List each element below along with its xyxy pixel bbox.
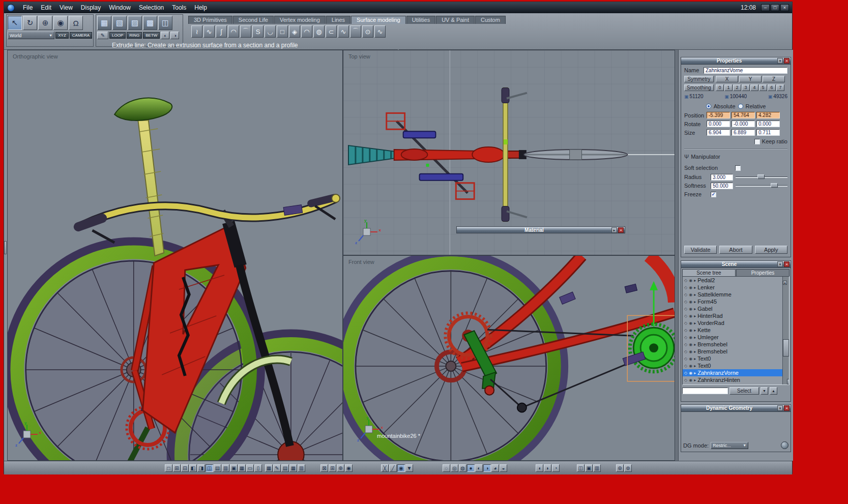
material-expand-icon[interactable]: ▸ bbox=[611, 227, 617, 233]
minimize-button[interactable]: – bbox=[761, 4, 770, 11]
object-selection-mode[interactable]: ▩ bbox=[143, 16, 157, 30]
material-close-icon[interactable]: × bbox=[618, 227, 624, 233]
visibility-icon[interactable]: ◉ bbox=[689, 314, 692, 318]
smoothing-level-button[interactable]: 7 bbox=[776, 84, 784, 91]
layout-single-icon[interactable]: □ bbox=[165, 464, 172, 472]
betw-button[interactable]: BETW bbox=[143, 32, 160, 39]
zoom-view-icon[interactable]: ⊕ bbox=[337, 464, 344, 472]
expand-arrow-icon[interactable]: ▸ bbox=[694, 328, 696, 333]
smoothing-level-button[interactable]: 1 bbox=[724, 84, 733, 91]
shadow-toggle-icon[interactable]: ◗ bbox=[544, 464, 551, 472]
transform-z-input[interactable]: 0.711 bbox=[756, 129, 780, 136]
softness-slider[interactable] bbox=[736, 183, 787, 188]
expand-arrow-icon[interactable]: ▸ bbox=[694, 314, 696, 318]
expand-arrow-icon[interactable]: ▸ bbox=[694, 342, 696, 347]
expand-arrow-icon[interactable]: ▸ bbox=[694, 300, 696, 304]
visibility-icon[interactable]: ◉ bbox=[689, 335, 692, 340]
soft-selection-checkbox[interactable] bbox=[735, 165, 741, 171]
cube-surface-tool[interactable]: □ bbox=[277, 25, 288, 38]
layout-wide-icon[interactable]: ▭ bbox=[246, 464, 254, 472]
light-toggle-icon[interactable]: ◖ bbox=[536, 464, 543, 472]
keep-ratio-checkbox[interactable] bbox=[754, 139, 760, 144]
scene-header[interactable]: Scene ▾ × bbox=[681, 261, 791, 268]
expand-arrow-icon[interactable]: ▸ bbox=[694, 371, 696, 375]
expand-arrow-icon[interactable]: ▸ bbox=[694, 321, 696, 325]
edge-selection-mode[interactable]: ▧ bbox=[112, 16, 127, 30]
visibility-icon[interactable]: ◉ bbox=[345, 464, 353, 472]
ribbon-tab[interactable]: UV & Paint bbox=[436, 16, 475, 24]
dolly-view-tool[interactable]: ◉ bbox=[53, 16, 68, 30]
select-down-icon[interactable]: ▼ bbox=[761, 387, 768, 395]
radius-input[interactable]: 3.000 bbox=[711, 174, 733, 181]
visibility-icon[interactable]: ◉ bbox=[689, 378, 692, 382]
visibility-icon[interactable]: ◉ bbox=[689, 357, 692, 361]
wave-tool[interactable]: ∿ bbox=[338, 25, 349, 38]
scene-tree-item[interactable]: ◇ ◉ ▸ Lenker bbox=[683, 284, 789, 291]
smoothing-level-button[interactable]: 3 bbox=[742, 84, 750, 91]
expand-arrow-icon[interactable]: ▸ bbox=[694, 357, 696, 361]
maximize-button[interactable]: □ bbox=[771, 4, 779, 11]
softness-input[interactable]: 50.000 bbox=[711, 183, 733, 189]
scene-tree-item[interactable]: ◇ ◉ ▸ Gabel bbox=[683, 305, 789, 312]
relative-radio[interactable] bbox=[738, 104, 743, 109]
shading-hiddenline-icon[interactable]: ◎ bbox=[451, 464, 458, 472]
layout-three-right-icon[interactable]: ◨ bbox=[197, 464, 205, 472]
arc-surface-tool[interactable]: ◠ bbox=[301, 25, 312, 38]
radius-slider[interactable] bbox=[736, 174, 787, 180]
scene-tree[interactable]: ◇ ◉ ▸ Pedal2 ◇ ◉ ▸ Lenker ◇ ◉ ▸ bbox=[682, 276, 789, 385]
material-bar[interactable]: Material ▸ × bbox=[456, 226, 625, 233]
shading-toon-icon[interactable]: ◕ bbox=[491, 464, 499, 472]
transform-x-input[interactable]: 0.000 bbox=[707, 121, 730, 127]
pencil-edit-icon[interactable]: ✎ bbox=[273, 464, 281, 472]
sphere-surface-tool[interactable]: ◍ bbox=[313, 25, 325, 38]
shading-material-icon[interactable]: ◑ bbox=[483, 464, 491, 472]
expand-arrow-icon[interactable]: ▸ bbox=[694, 335, 696, 340]
ribbon-tab[interactable]: Surface modeling bbox=[351, 16, 406, 24]
show-panels-icon[interactable]: ◫ bbox=[577, 464, 584, 472]
grow-selection-icon[interactable]: ◐ bbox=[161, 32, 169, 39]
dg-mode-dropdown[interactable]: Restric...▼ bbox=[711, 442, 748, 449]
layout-quad-icon[interactable]: ⊞ bbox=[173, 464, 181, 472]
face-selection-mode[interactable]: ▨ bbox=[128, 16, 142, 30]
smoothing-level-button[interactable]: 5 bbox=[759, 84, 767, 91]
subset-tool[interactable]: ⊂ bbox=[326, 25, 337, 38]
ambient-toggle-icon[interactable]: ◔ bbox=[552, 464, 560, 472]
select-tool[interactable]: ↖ bbox=[8, 16, 22, 30]
scene-tree-item[interactable]: ◇ ◉ ▸ Bremshebel bbox=[683, 341, 789, 348]
visibility-icon[interactable]: ◉ bbox=[689, 342, 692, 347]
scene-tree-item[interactable]: ◇ ◉ ▸ ZahnkranzHinten bbox=[683, 376, 789, 383]
layout-split-icon[interactable]: ▦ bbox=[238, 464, 246, 472]
smoothing-level-button[interactable]: 6 bbox=[768, 84, 776, 91]
visibility-icon[interactable]: ◉ bbox=[689, 371, 692, 375]
scene-tree-item[interactable]: ◇ ◉ ▸ HinterRad bbox=[683, 312, 789, 319]
ribbon-tab[interactable]: Custom bbox=[475, 16, 506, 24]
scene-tree-item[interactable]: ◇ ◉ ▸ Text0 bbox=[683, 355, 789, 362]
render-settings-icon[interactable]: ⊚ bbox=[624, 464, 632, 472]
layout-three-left-icon[interactable]: ◧ bbox=[189, 464, 197, 472]
diamond-surface-tool[interactable]: ◈ bbox=[289, 25, 300, 38]
render-icon[interactable]: ⊛ bbox=[616, 464, 624, 472]
visibility-icon[interactable]: ◉ bbox=[689, 328, 692, 333]
revolve-tool[interactable]: ⌒ bbox=[240, 25, 251, 38]
scene-tree-item[interactable]: ◇ ◉ ▸ Pedal2 bbox=[683, 277, 789, 284]
scene-scrollbar[interactable]: ▲ ▼ bbox=[782, 277, 789, 384]
menu-item[interactable]: Tools bbox=[168, 4, 190, 11]
visibility-icon[interactable]: ◉ bbox=[689, 364, 692, 368]
collapse-icon[interactable]: ▾ bbox=[777, 58, 783, 64]
smoothing-button[interactable]: Smoothing bbox=[684, 84, 714, 91]
top-viewport[interactable]: Top view Material ▸ × x y z bbox=[343, 50, 675, 255]
close-icon[interactable]: × bbox=[784, 58, 789, 64]
ribbon-tab[interactable]: Vertex modeling bbox=[274, 16, 326, 24]
show-info-icon[interactable]: ▥ bbox=[593, 464, 601, 472]
coil-tool[interactable]: ≀ bbox=[191, 25, 202, 38]
expand-arrow-icon[interactable]: ▸ bbox=[694, 378, 696, 382]
rotate-view-tool[interactable]: ↻ bbox=[23, 16, 37, 30]
ring-tool[interactable]: ⊙ bbox=[362, 25, 373, 38]
layout-main-top-icon[interactable]: ▥ bbox=[222, 464, 229, 472]
scene-tree-item[interactable]: ◇ ◉ ▸ ZahnkranzVorne bbox=[683, 369, 789, 376]
visibility-icon[interactable]: ◉ bbox=[689, 349, 692, 354]
shading-flat-icon[interactable]: ◍ bbox=[459, 464, 466, 472]
scene-tree-item[interactable]: ◇ ◉ ▸ Umleger bbox=[683, 334, 789, 341]
transform-z-input[interactable]: 4.282 bbox=[756, 112, 780, 118]
ruled-surface-tool[interactable]: ◠ bbox=[228, 25, 239, 38]
